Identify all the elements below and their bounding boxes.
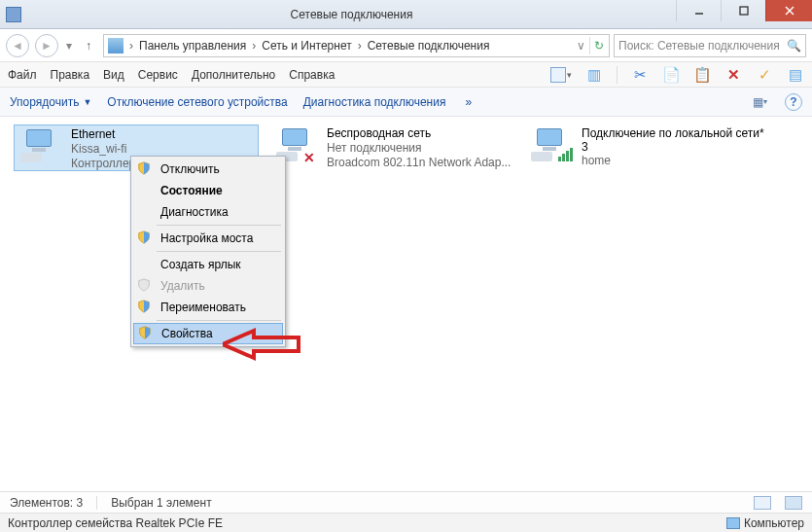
- menu-file[interactable]: Файл: [8, 68, 37, 82]
- titlebar: Сетевые подключения: [0, 0, 812, 29]
- address-dropdown-icon[interactable]: ∨: [577, 39, 585, 53]
- connection-status: Нет подключения: [327, 141, 511, 156]
- ctx-properties[interactable]: Свойства: [133, 323, 283, 344]
- computer-icon: [726, 517, 740, 529]
- history-dropdown-icon[interactable]: ▾: [64, 39, 74, 53]
- up-button[interactable]: ↑: [78, 35, 99, 56]
- status-elements: Элементов: 3: [10, 496, 83, 510]
- chevron-right-icon: ›: [356, 39, 364, 53]
- app-icon: [6, 7, 21, 22]
- search-icon: 🔍: [787, 39, 801, 53]
- window-controls: [676, 0, 812, 28]
- control-panel-icon: [108, 38, 124, 53]
- close-button[interactable]: [765, 0, 812, 21]
- breadcrumb-item[interactable]: Сетевые подключения: [364, 39, 494, 53]
- ctx-disable[interactable]: Отключить: [133, 159, 283, 180]
- shield-icon: [137, 300, 153, 315]
- status-selected: Выбран 1 элемент: [111, 496, 211, 510]
- shield-icon: [138, 326, 154, 341]
- window-title: Сетевые подключения: [27, 8, 676, 21]
- ctx-shortcut[interactable]: Создать ярлык: [133, 254, 283, 275]
- status-detail: Контроллер семейства Realtek PCIe FE: [8, 516, 223, 530]
- command-bar: Упорядочить▼ Отключение сетевого устройс…: [0, 88, 812, 117]
- maximize-button[interactable]: [721, 0, 765, 21]
- cut-button[interactable]: ✂: [631, 66, 649, 84]
- more-commands-icon[interactable]: »: [465, 95, 472, 109]
- chevron-right-icon: ›: [250, 39, 258, 53]
- refresh-button[interactable]: ↻: [589, 37, 607, 54]
- menu-extra[interactable]: Дополнительно: [192, 68, 275, 82]
- connection-item-wireless[interactable]: ✕ Беспроводная сеть Нет подключения Broa…: [270, 124, 515, 171]
- view-large-button[interactable]: ▦▾: [750, 92, 769, 112]
- connection-name: Беспроводная сеть: [327, 126, 511, 141]
- details-view-icon[interactable]: [754, 496, 771, 510]
- undo-button[interactable]: ✓: [756, 66, 773, 84]
- network-adapter-icon: [18, 127, 65, 166]
- chevron-right-icon: ›: [127, 39, 135, 53]
- content-area: Ethernet Kissa_wi-fi Контроллер ✕ Беспро…: [0, 117, 812, 492]
- signal-bars-icon: [558, 148, 573, 161]
- connection-item-lan3[interactable]: Подключение по локальной сети* 3 home: [525, 124, 770, 171]
- breadcrumb-item[interactable]: Панель управления: [135, 39, 250, 53]
- connection-device: Контроллер: [71, 157, 135, 171]
- delete-button[interactable]: ✕: [724, 66, 742, 84]
- status-bar-lower: Контроллер семейства Realtek PCIe FE Ком…: [0, 513, 812, 532]
- connection-device: home: [582, 154, 766, 168]
- diagnose-button[interactable]: Диагностика подключения: [303, 95, 446, 109]
- menu-view[interactable]: Вид: [103, 68, 124, 82]
- menu-help[interactable]: Справка: [289, 68, 335, 82]
- menubar: Файл Правка Вид Сервис Дополнительно Спр…: [0, 62, 812, 88]
- context-menu: Отключить Состояние Диагностика Настройк…: [130, 156, 286, 347]
- status-bar: Элементов: 3 Выбран 1 элемент: [0, 491, 812, 513]
- help-button[interactable]: ?: [785, 93, 802, 111]
- ctx-status[interactable]: Состояние: [133, 180, 283, 201]
- shield-icon: [137, 231, 153, 246]
- ctx-diagnostics[interactable]: Диагностика: [133, 201, 283, 223]
- connection-device: Broadcom 802.11n Network Adap...: [327, 156, 511, 170]
- disconnected-icon: ✕: [303, 150, 315, 165]
- connection-status: Kissa_wi-fi: [71, 142, 135, 157]
- organize-button[interactable]: Упорядочить▼: [10, 95, 91, 109]
- ctx-bridge[interactable]: Настройка моста: [133, 228, 283, 249]
- preview-pane-button[interactable]: ▥: [585, 66, 603, 84]
- tiles-view-icon[interactable]: [785, 496, 802, 510]
- menu-edit[interactable]: Правка: [51, 68, 90, 82]
- connection-name: Ethernet: [71, 127, 135, 142]
- status-location: Компьютер: [726, 516, 804, 530]
- search-input[interactable]: Поиск: Сетевые подключения 🔍: [614, 34, 806, 57]
- paste-button[interactable]: 📋: [693, 66, 711, 84]
- breadcrumb-item[interactable]: Сеть и Интернет: [258, 39, 355, 53]
- network-adapter-icon: [529, 126, 576, 165]
- disable-device-button[interactable]: Отключение сетевого устройства: [107, 95, 287, 109]
- ctx-delete[interactable]: Удалить: [133, 275, 283, 297]
- search-placeholder: Поиск: Сетевые подключения: [618, 39, 780, 53]
- shield-icon: [137, 161, 153, 177]
- properties-button[interactable]: ▤: [787, 66, 804, 84]
- svg-rect-1: [740, 7, 748, 15]
- back-button[interactable]: ◄: [6, 34, 29, 57]
- forward-button[interactable]: ►: [35, 34, 58, 57]
- ctx-rename[interactable]: Переименовать: [133, 297, 283, 318]
- view-tiles-button[interactable]: ▾: [550, 67, 572, 83]
- address-bar[interactable]: › Панель управления › Сеть и Интернет › …: [103, 34, 610, 57]
- minimize-button[interactable]: [676, 0, 721, 21]
- copy-button[interactable]: 📄: [662, 66, 680, 84]
- connection-name: Подключение по локальной сети* 3: [582, 126, 766, 154]
- shield-icon: [137, 278, 153, 294]
- navbar: ◄ ► ▾ ↑ › Панель управления › Сеть и Инт…: [0, 29, 812, 62]
- menu-service[interactable]: Сервис: [138, 68, 178, 82]
